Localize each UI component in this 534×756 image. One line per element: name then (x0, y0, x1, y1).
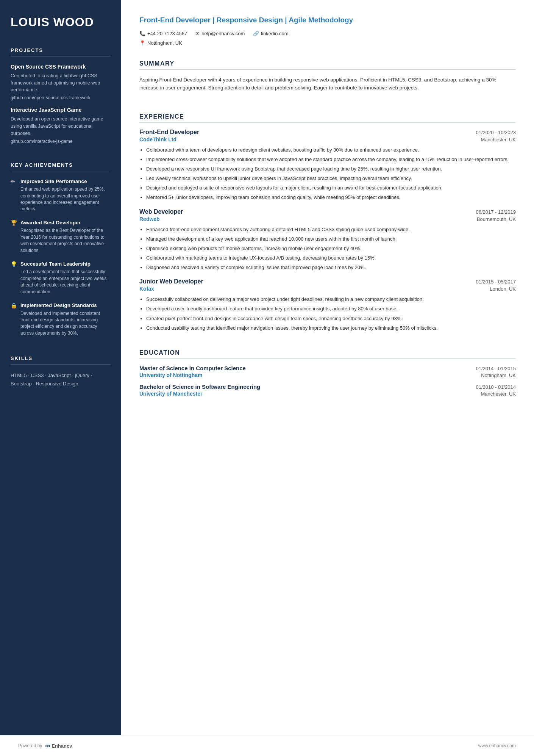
experience-section: EXPERIENCE Front-End Developer 01/2020 -… (139, 113, 516, 339)
skills-title: SKILLS (11, 355, 111, 361)
edu-1-school: University of Nottingham (139, 372, 202, 378)
sidebar: LOUIS WOOD PROJECTS Open Source CSS Fram… (0, 0, 121, 735)
summary-title: SUMMARY (139, 60, 516, 67)
achievements-title: KEY ACHIEVEMENTS (11, 162, 111, 168)
exp-1-bullets: Collaborated with a team of developers t… (146, 146, 516, 202)
lock-icon: 🔒 (11, 302, 17, 308)
achievement-4-desc: Developed and implemented consistent fro… (20, 310, 111, 337)
contact-phone: 📞 +44 20 7123 4567 (139, 31, 187, 36)
edu-1-dates: 01/2014 - 01/2015 (476, 366, 516, 371)
achievement-4-title: Implemented Design Standards (20, 302, 111, 309)
exp-2-dates: 06/2017 - 12/2019 (476, 209, 516, 215)
exp-1-location: Manchester, UK (481, 137, 516, 142)
edu-1-degree: Master of Science in Computer Science (139, 365, 246, 371)
exp-1-bullet-3: Developed a new responsive UI framework … (146, 165, 516, 173)
exp-3-company: Kofax (139, 286, 154, 292)
exp-1-bullet-1: Collaborated with a team of developers t… (146, 146, 516, 154)
exp-2-bullet-4: Collaborated with marketing teams to int… (146, 254, 516, 262)
edu-2-dates: 01/2010 - 01/2014 (476, 384, 516, 390)
education-divider (139, 358, 516, 359)
pencil-icon: ✏ (11, 178, 17, 185)
experience-3: Junior Web Developer 01/2015 - 05/2017 K… (139, 278, 516, 332)
edu-2-location: Manchester, UK (481, 391, 516, 397)
project-1-desc: Contributed to creating a lightweight CS… (11, 72, 111, 94)
achievement-3-title: Successful Team Leadership (20, 261, 111, 268)
exp-3-bullets: Successfully collaborated on delivering … (146, 296, 516, 332)
footer-left: Powered by ∞ Enhancv (18, 742, 72, 750)
projects-divider (11, 56, 111, 56)
exp-2-bullet-1: Enhanced front-end development standards… (146, 226, 516, 233)
exp-3-bullet-3: Created pixel-perfect front-end designs … (146, 315, 516, 322)
phone-icon: 📞 (139, 31, 145, 36)
exp-3-company-row: Kofax London, UK (139, 286, 516, 292)
exp-1-bullet-6: Mentored 5+ junior developers, improving… (146, 194, 516, 201)
trophy-icon: 🏆 (11, 220, 17, 226)
footer: Powered by ∞ Enhancv www.enhancv.com (0, 735, 534, 756)
experience-2: Web Developer 06/2017 - 12/2019 Redweb B… (139, 208, 516, 272)
exp-1-company-row: CodeThink Ltd Manchester, UK (139, 136, 516, 142)
project-1-link: github.com/open-source-css-framework (11, 95, 111, 100)
contact-location: 📍 Nottingham, UK (139, 40, 182, 46)
exp-3-dates: 01/2015 - 05/2017 (476, 279, 516, 285)
footer-website: www.enhancv.com (478, 743, 516, 748)
location-icon: 📍 (139, 40, 145, 46)
contact-row: 📞 +44 20 7123 4567 ✉ help@enhancv.com 🔗 … (139, 31, 516, 38)
achievement-2-title: Awarded Best Developer (20, 219, 111, 226)
edu-2-school: University of Manchester (139, 391, 203, 397)
exp-2-company-row: Redweb Bournemouth, UK (139, 216, 516, 222)
edu-1-location: Nottingham, UK (481, 373, 516, 378)
enhancv-logo-icon: ∞ (45, 742, 50, 750)
main-content: Front-End Developer | Responsive Design … (121, 0, 534, 735)
experience-1: Front-End Developer 01/2020 - 10/2023 Co… (139, 129, 516, 202)
footer-logo: ∞ Enhancv (45, 742, 72, 750)
edu-2-row: Bachelor of Science in Software Engineer… (139, 383, 516, 390)
achievement-3: 💡 Successful Team Leadership Led a devel… (11, 261, 111, 295)
education-1: Master of Science in Computer Science 01… (139, 365, 516, 378)
experience-title: EXPERIENCE (139, 113, 516, 120)
exp-1-dates: 01/2020 - 10/2023 (476, 130, 516, 135)
linkedin-icon: 🔗 (253, 31, 259, 36)
contact-linkedin: 🔗 linkedin.com (253, 31, 288, 36)
achievements-section: KEY ACHIEVEMENTS ✏ Improved Site Perform… (11, 162, 111, 343)
project-2-title: Interactive JavaScript Game (11, 106, 111, 113)
exp-1-bullet-2: Implemented cross-browser compatibility … (146, 156, 516, 163)
exp-3-bullet-2: Developed a user-friendly dashboard feat… (146, 305, 516, 313)
exp-2-bullet-3: Optimised existing web products for mobi… (146, 245, 516, 252)
email-text: help@enhancv.com (201, 31, 245, 36)
experience-divider (139, 122, 516, 123)
bulb-icon: 💡 (11, 261, 17, 267)
exp-2-header: Web Developer 06/2017 - 12/2019 (139, 208, 516, 215)
project-2-link: github.com/interactive-js-game (11, 139, 111, 144)
projects-title: PROJECTS (11, 47, 111, 53)
skills-text-2: Bootstrap · Responsive Design (11, 380, 111, 388)
achievement-4: 🔒 Implemented Design Standards Developed… (11, 302, 111, 337)
edu-2-school-row: University of Manchester Manchester, UK (139, 391, 516, 397)
exp-1-company: CodeThink Ltd (139, 136, 176, 142)
exp-2-bullets: Enhanced front-end development standards… (146, 226, 516, 272)
email-icon: ✉ (195, 31, 200, 36)
exp-2-bullet-2: Managed the development of a key web app… (146, 235, 516, 243)
exp-2-company: Redweb (139, 216, 160, 222)
exp-1-header: Front-End Developer 01/2020 - 10/2023 (139, 129, 516, 136)
exp-2-location: Bournemouth, UK (477, 216, 516, 222)
achievements-divider (11, 171, 111, 171)
main-header: Front-End Developer | Responsive Design … (139, 15, 516, 50)
education-title: EDUCATION (139, 349, 516, 356)
exp-3-header: Junior Web Developer 01/2015 - 05/2017 (139, 278, 516, 285)
summary-divider (139, 69, 516, 70)
phone-text: +44 20 7123 4567 (147, 31, 187, 36)
location-text: Nottingham, UK (147, 40, 182, 46)
exp-3-location: London, UK (490, 286, 516, 292)
powered-by-text: Powered by (18, 743, 42, 748)
achievement-3-desc: Led a development team that successfully… (20, 269, 111, 295)
education-2: Bachelor of Science in Software Engineer… (139, 383, 516, 397)
exp-3-bullet-1: Successfully collaborated on delivering … (146, 296, 516, 303)
achievement-2: 🏆 Awarded Best Developer Recognised as t… (11, 219, 111, 254)
contact-location-row: 📍 Nottingham, UK (139, 40, 516, 47)
linkedin-text: linkedin.com (261, 31, 288, 36)
education-section: EDUCATION Master of Science in Computer … (139, 349, 516, 402)
exp-1-job-title: Front-End Developer (139, 129, 199, 136)
edu-1-school-row: University of Nottingham Nottingham, UK (139, 372, 516, 378)
exp-1-bullet-4: Led weekly technical workshops to upskil… (146, 175, 516, 182)
contact-email: ✉ help@enhancv.com (195, 31, 245, 36)
